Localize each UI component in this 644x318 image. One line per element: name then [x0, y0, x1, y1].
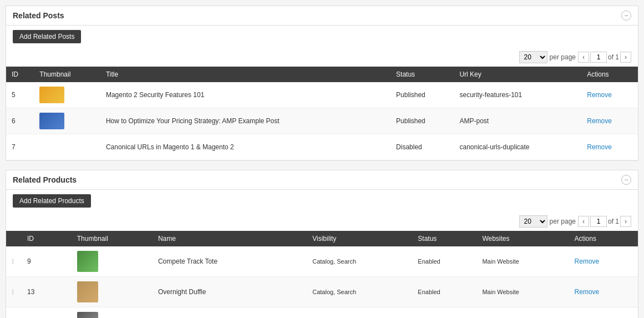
- products-table-header-row: ID Thumbnail Name Visibility Status Webs…: [6, 231, 638, 246]
- products-col-actions: Actions: [569, 231, 638, 246]
- related-products-table: ID Thumbnail Name Visibility Status Webs…: [6, 231, 638, 318]
- products-total-pages: of 1: [608, 218, 619, 225]
- post-id-cell: 5: [6, 82, 34, 108]
- drag-handle-icon[interactable]: ⁞: [12, 287, 16, 296]
- add-related-products-button[interactable]: Add Related Products: [13, 194, 91, 208]
- posts-total-pages: of 1: [608, 53, 619, 61]
- posts-col-status: Status: [391, 67, 454, 82]
- product-name-cell: Push It Messenger Bag: [153, 307, 307, 319]
- product-websites-cell: Main Website: [476, 246, 569, 277]
- product-remove-link[interactable]: Remove: [575, 258, 600, 265]
- related-posts-table: ID Thumbnail Title Status Url Key Action…: [6, 67, 638, 160]
- table-row: ⁞ 9 Compete Track Tote Catalog, Search E…: [6, 246, 638, 277]
- product-drag-cell: ⁞: [6, 307, 22, 319]
- products-per-page-label: per page: [550, 218, 576, 225]
- posts-per-page-select-wrapper: 20 30 50 100 per page: [519, 51, 576, 63]
- product-thumbnail-cell: [72, 246, 153, 277]
- products-next-page-button[interactable]: ›: [620, 216, 631, 227]
- posts-col-actions: Actions: [581, 67, 638, 82]
- post-urlkey-cell: canonical-urls-duplicate: [454, 134, 581, 160]
- posts-table-header-row: ID Thumbnail Title Status Url Key Action…: [6, 67, 638, 82]
- products-col-status: Status: [412, 231, 476, 246]
- product-thumbnail-cell: [72, 277, 153, 307]
- product-status-cell: Enabled: [412, 307, 476, 319]
- related-posts-header: Related Posts −: [6, 6, 638, 26]
- post-status-cell: Published: [391, 82, 454, 108]
- related-products-header: Related Products −: [6, 170, 638, 190]
- post-status-cell: Published: [391, 108, 454, 134]
- post-actions-cell: Remove: [581, 82, 638, 108]
- products-per-page-select-wrapper: 20 30 50 100 per page: [519, 215, 576, 228]
- post-urlkey-cell: AMP-post: [454, 108, 581, 134]
- post-remove-link[interactable]: Remove: [587, 117, 612, 125]
- post-actions-cell: Remove: [581, 134, 638, 160]
- posts-next-page-button[interactable]: ›: [620, 52, 631, 63]
- products-col-websites: Websites: [476, 231, 569, 246]
- product-status-cell: Enabled: [412, 246, 476, 277]
- post-id-cell: 7: [6, 134, 34, 160]
- product-actions-cell: Remove: [569, 307, 638, 319]
- post-thumbnail-cell: [34, 82, 100, 108]
- post-remove-link[interactable]: Remove: [587, 91, 612, 99]
- post-actions-cell: Remove: [581, 108, 638, 134]
- posts-col-title: Title: [100, 67, 391, 82]
- products-col-name: Name: [153, 231, 307, 246]
- related-posts-pagination: 20 30 50 100 per page ‹ of 1 ›: [6, 48, 638, 67]
- posts-per-page-label: per page: [550, 53, 576, 61]
- product-status-cell: Enabled: [412, 277, 476, 307]
- product-name-cell: Overnight Duffle: [153, 277, 307, 307]
- post-urlkey-cell: security-features-101: [454, 82, 581, 108]
- products-prev-page-button[interactable]: ‹: [578, 216, 589, 227]
- products-page-nav: ‹ of 1 ›: [578, 216, 631, 227]
- product-id-cell: 9: [22, 246, 72, 277]
- related-products-collapse-icon[interactable]: −: [621, 175, 631, 185]
- posts-prev-page-button[interactable]: ‹: [578, 52, 589, 63]
- product-id-cell: 14: [22, 307, 72, 319]
- related-posts-toolbar: Add Related Posts: [6, 26, 638, 48]
- drag-handle-icon[interactable]: ⁞: [12, 257, 16, 266]
- post-title-cell: Magento 2 Security Features 101: [100, 82, 391, 108]
- products-per-page-select[interactable]: 20 30 50 100: [519, 215, 547, 228]
- related-products-title: Related Products: [13, 175, 77, 184]
- products-col-thumbnail: Thumbnail: [72, 231, 153, 246]
- posts-current-page-input[interactable]: [590, 52, 607, 63]
- product-remove-link[interactable]: Remove: [575, 288, 600, 296]
- related-products-pagination: 20 30 50 100 per page ‹ of 1 ›: [6, 212, 638, 231]
- product-drag-cell: ⁞: [6, 277, 22, 307]
- related-posts-collapse-icon[interactable]: −: [621, 11, 631, 21]
- related-posts-section: Related Posts − Add Related Posts 20 30 …: [6, 6, 638, 161]
- products-current-page-input[interactable]: [590, 216, 607, 227]
- product-thumbnail-cell: [72, 307, 153, 319]
- products-col-id: ID: [22, 231, 72, 246]
- product-websites-cell: Main Website: [476, 277, 569, 307]
- related-products-section: Related Products − Add Related Products …: [6, 170, 638, 318]
- add-related-posts-button[interactable]: Add Related Posts: [13, 30, 81, 43]
- products-col-visibility: Visibility: [307, 231, 412, 246]
- post-id-cell: 6: [6, 108, 34, 134]
- posts-col-thumbnail: Thumbnail: [34, 67, 100, 82]
- product-visibility-cell: Catalog, Search: [307, 277, 412, 307]
- products-col-drag: [6, 231, 22, 246]
- product-visibility-cell: Catalog, Search: [307, 307, 412, 319]
- post-title-cell: How to Optimize Your Pricing Strategy: A…: [100, 108, 391, 134]
- post-thumbnail-cell: [34, 134, 100, 160]
- table-row: 5 Magento 2 Security Features 101 Publis…: [6, 82, 638, 108]
- product-name-cell: Compete Track Tote: [153, 246, 307, 277]
- product-websites-cell: Main Website: [476, 307, 569, 319]
- posts-page-nav: ‹ of 1 ›: [578, 52, 631, 63]
- product-id-cell: 13: [22, 277, 72, 307]
- related-posts-title: Related Posts: [13, 11, 64, 20]
- product-actions-cell: Remove: [569, 277, 638, 307]
- posts-per-page-select[interactable]: 20 30 50 100: [519, 51, 547, 63]
- post-status-cell: Disabled: [391, 134, 454, 160]
- product-visibility-cell: Catalog, Search: [307, 246, 412, 277]
- table-row: 6 How to Optimize Your Pricing Strategy:…: [6, 108, 638, 134]
- post-remove-link[interactable]: Remove: [587, 143, 612, 151]
- posts-col-id: ID: [6, 67, 34, 82]
- table-row: 7 Canonical URLs in Magento 1 & Magento …: [6, 134, 638, 160]
- table-row: ⁞ 14 Push It Messenger Bag Catalog, Sear…: [6, 307, 638, 319]
- post-title-cell: Canonical URLs in Magento 1 & Magento 2: [100, 134, 391, 160]
- product-actions-cell: Remove: [569, 246, 638, 277]
- table-row: ⁞ 13 Overnight Duffle Catalog, Search En…: [6, 277, 638, 307]
- related-products-toolbar: Add Related Products: [6, 190, 638, 212]
